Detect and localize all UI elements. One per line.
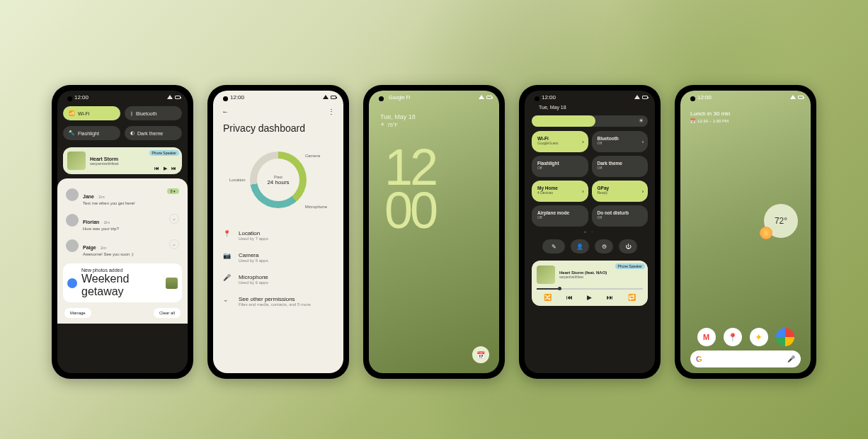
- glance-widget[interactable]: Lunch in 30 min 📅12:30 – 1:00 PM: [680, 103, 811, 130]
- camera-icon: 📷: [223, 252, 232, 259]
- donut-label-camera: Camera: [305, 154, 320, 158]
- lockscreen-clock: 1200: [369, 127, 499, 232]
- output-badge[interactable]: Phone Speaker: [615, 263, 645, 269]
- chrome-app-icon[interactable]: [776, 328, 794, 346]
- camera-cutout-icon: [379, 96, 384, 101]
- battery-icon: [331, 96, 336, 99]
- qs-airplane-tile[interactable]: Airplane modeOff: [532, 205, 588, 227]
- user-button[interactable]: 👤: [571, 239, 589, 253]
- battery-icon: [486, 96, 492, 99]
- manage-button[interactable]: Manage: [64, 308, 91, 318]
- camera-cutout-icon: [535, 96, 539, 101]
- notification-item[interactable]: Paige· 2mAwesome! See you soon :) ⌄: [63, 235, 182, 261]
- media-title: Heart Storm: [90, 156, 119, 161]
- donut-label-location: Location: [229, 178, 246, 182]
- wifi-icon: 📶: [69, 110, 75, 116]
- chevron-right-icon: ›: [642, 139, 644, 144]
- weather-widget[interactable]: 72°: [764, 204, 798, 238]
- mic-icon[interactable]: 🎤: [787, 355, 795, 363]
- status-bar: 12:00: [680, 91, 811, 103]
- repeat-icon[interactable]: 🔁: [628, 294, 636, 301]
- perm-microphone[interactable]: 🎤MicrophoneUsed by 6 apps: [223, 268, 333, 290]
- back-icon[interactable]: ←: [222, 108, 229, 115]
- edit-button[interactable]: ✎: [542, 239, 565, 253]
- play-icon[interactable]: ▶: [587, 294, 592, 301]
- perm-camera[interactable]: 📷CameraUsed by 5 apps: [223, 246, 333, 268]
- notification-item[interactable]: Florian· 2mHow was your trip? ⌄: [63, 210, 182, 235]
- status-bar: 12:00: [525, 91, 655, 103]
- phone-lockscreen: Google Fi Tue, May 18 ☀76°F 1200 📅: [363, 85, 505, 379]
- sun-icon: ☀: [380, 122, 384, 127]
- more-icon[interactable]: ⋮: [328, 108, 335, 115]
- chevron-down-icon[interactable]: ⌄: [169, 214, 179, 224]
- media-artist: serpentwithfeet: [90, 161, 119, 166]
- chevron-right-icon: ›: [642, 189, 644, 194]
- media-card[interactable]: Heart Storm serpentwithfeet Phone Speake…: [63, 147, 182, 174]
- qs-flashlight-tile[interactable]: 🔦Flashlight: [63, 126, 120, 140]
- battery-icon: [642, 96, 648, 99]
- settings-button[interactable]: ⚙: [595, 239, 613, 253]
- media-card[interactable]: Phone Speaker Heart Storm (feat. NAO)ser…: [532, 261, 648, 306]
- calendar-shortcut-icon[interactable]: 📅: [472, 346, 489, 363]
- qs-flashlight-tile[interactable]: FlashlightOff: [532, 156, 588, 177]
- phone-homescreen: 12:00 Lunch in 30 min 📅12:30 – 1:00 PM 7…: [675, 85, 816, 379]
- play-icon[interactable]: ▶: [164, 166, 167, 171]
- dark-icon: ◐: [130, 130, 135, 136]
- status-bar: Google Fi: [369, 91, 499, 103]
- glance-title: Lunch in 30 min: [690, 110, 801, 117]
- prev-icon[interactable]: ⏮: [154, 166, 159, 171]
- google-icon: G: [696, 355, 702, 363]
- qs-darktheme-tile[interactable]: ◐Dark theme: [125, 126, 182, 140]
- signal-icon: [634, 95, 640, 99]
- clear-all-button[interactable]: Clear all: [154, 308, 181, 318]
- album-art: [537, 266, 555, 284]
- qs-wifi-tile[interactable]: Wi-FiGoogleGuest›: [532, 131, 588, 152]
- qs-gpay-tile[interactable]: GPayReady›: [592, 181, 649, 202]
- calendar-icon: 📅: [690, 118, 695, 123]
- phone-notification-shade: 12:00 📶Wi-Fi ᛒBluetooth 🔦Flashlight ◐Dar…: [52, 85, 193, 379]
- notification-list: Jane· 2mText me when you get here! 0 ▾ F…: [57, 178, 188, 324]
- gmail-app-icon[interactable]: M: [697, 328, 716, 346]
- power-button[interactable]: ⏻: [619, 239, 637, 253]
- photo-thumb: [166, 278, 178, 289]
- perm-location[interactable]: 📍LocationUsed by 7 apps: [223, 224, 333, 246]
- signal-icon: [323, 95, 329, 99]
- status-bar: 12:00: [213, 91, 343, 103]
- chevron-down-icon[interactable]: ⌄: [169, 239, 179, 249]
- reply-pill[interactable]: 0 ▾: [167, 188, 179, 194]
- photos-notification[interactable]: New photos addedWeekend getaway: [63, 263, 182, 302]
- next-icon[interactable]: ⏭: [171, 166, 176, 171]
- shuffle-icon[interactable]: 🔀: [544, 294, 552, 301]
- avatar: [66, 214, 79, 227]
- output-badge[interactable]: Phone Speaker: [149, 150, 179, 156]
- chevron-right-icon: ›: [582, 189, 583, 194]
- page-indicator: ● ○: [525, 227, 655, 236]
- lockscreen-date: Tue, May 18: [369, 103, 499, 122]
- maps-app-icon[interactable]: 📍: [724, 328, 742, 346]
- qs-wifi-tile[interactable]: 📶Wi-Fi: [63, 106, 120, 120]
- qs-bluetooth-tile[interactable]: ᛒBluetooth: [125, 106, 182, 120]
- signal-icon: [790, 95, 796, 99]
- camera-cutout-icon: [690, 96, 695, 101]
- avatar: [66, 188, 79, 201]
- next-icon[interactable]: ⏭: [607, 294, 613, 301]
- chevron-right-icon: ›: [582, 139, 583, 144]
- qs-bluetooth-tile[interactable]: BluetoothOff›: [592, 131, 649, 152]
- qs-dnd-tile[interactable]: Do not disturbOff: [592, 205, 649, 227]
- perm-other[interactable]: ⌄See other permissionsFiles and media, c…: [223, 290, 333, 312]
- notification-item[interactable]: Jane· 2mText me when you get here! 0 ▾: [63, 184, 182, 210]
- search-bar[interactable]: G 🎤: [690, 350, 801, 367]
- qs-home-tile[interactable]: My Home4 Devices›: [532, 181, 588, 202]
- brightness-slider[interactable]: ☀: [532, 115, 648, 127]
- album-art: [67, 152, 86, 170]
- photos-app-icon[interactable]: ✦: [750, 328, 768, 346]
- lockscreen-temp: ☀76°F: [369, 122, 499, 127]
- chevron-down-icon: ⌄: [223, 296, 232, 303]
- brightness-icon: ☀: [639, 118, 644, 124]
- camera-cutout-icon: [223, 96, 228, 101]
- bluetooth-icon: ᛒ: [130, 111, 133, 116]
- qs-darktheme-tile[interactable]: Dark themeOff: [592, 156, 649, 177]
- qs-date: Tue, May 18: [525, 103, 655, 110]
- progress-bar[interactable]: [537, 288, 643, 290]
- prev-icon[interactable]: ⏮: [566, 294, 573, 301]
